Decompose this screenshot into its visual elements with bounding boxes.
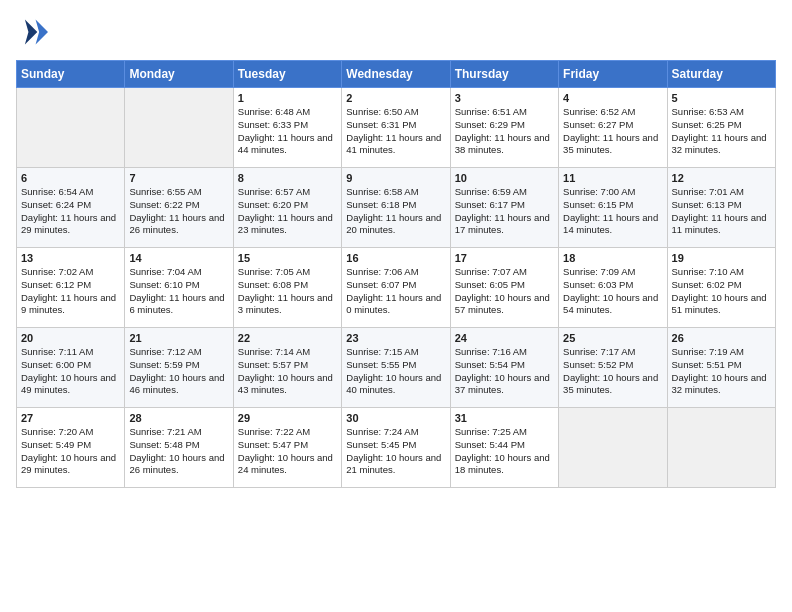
day-detail: Sunrise: 7:16 AM Sunset: 5:54 PM Dayligh…	[455, 346, 554, 397]
day-number: 25	[563, 332, 662, 344]
calendar-cell: 8 Sunrise: 6:57 AM Sunset: 6:20 PM Dayli…	[233, 168, 341, 248]
day-detail: Sunrise: 7:10 AM Sunset: 6:02 PM Dayligh…	[672, 266, 771, 317]
day-number: 1	[238, 92, 337, 104]
day-number: 10	[455, 172, 554, 184]
day-detail: Sunrise: 7:21 AM Sunset: 5:48 PM Dayligh…	[129, 426, 228, 477]
day-number: 11	[563, 172, 662, 184]
calendar-cell	[125, 88, 233, 168]
calendar-week-row: 1 Sunrise: 6:48 AM Sunset: 6:33 PM Dayli…	[17, 88, 776, 168]
day-detail: Sunrise: 6:51 AM Sunset: 6:29 PM Dayligh…	[455, 106, 554, 157]
day-number: 24	[455, 332, 554, 344]
calendar-cell: 14 Sunrise: 7:04 AM Sunset: 6:10 PM Dayl…	[125, 248, 233, 328]
day-detail: Sunrise: 7:19 AM Sunset: 5:51 PM Dayligh…	[672, 346, 771, 397]
day-number: 30	[346, 412, 445, 424]
calendar-cell: 18 Sunrise: 7:09 AM Sunset: 6:03 PM Dayl…	[559, 248, 667, 328]
day-number: 15	[238, 252, 337, 264]
day-number: 2	[346, 92, 445, 104]
day-detail: Sunrise: 7:12 AM Sunset: 5:59 PM Dayligh…	[129, 346, 228, 397]
column-header-thursday: Thursday	[450, 61, 558, 88]
calendar-cell: 11 Sunrise: 7:00 AM Sunset: 6:15 PM Dayl…	[559, 168, 667, 248]
day-number: 13	[21, 252, 120, 264]
calendar-cell: 21 Sunrise: 7:12 AM Sunset: 5:59 PM Dayl…	[125, 328, 233, 408]
day-detail: Sunrise: 7:05 AM Sunset: 6:08 PM Dayligh…	[238, 266, 337, 317]
calendar-cell	[17, 88, 125, 168]
day-number: 27	[21, 412, 120, 424]
calendar-cell: 19 Sunrise: 7:10 AM Sunset: 6:02 PM Dayl…	[667, 248, 775, 328]
day-detail: Sunrise: 6:57 AM Sunset: 6:20 PM Dayligh…	[238, 186, 337, 237]
calendar-week-row: 20 Sunrise: 7:11 AM Sunset: 6:00 PM Dayl…	[17, 328, 776, 408]
calendar-cell: 26 Sunrise: 7:19 AM Sunset: 5:51 PM Dayl…	[667, 328, 775, 408]
day-detail: Sunrise: 7:01 AM Sunset: 6:13 PM Dayligh…	[672, 186, 771, 237]
day-number: 5	[672, 92, 771, 104]
day-detail: Sunrise: 6:59 AM Sunset: 6:17 PM Dayligh…	[455, 186, 554, 237]
day-detail: Sunrise: 7:00 AM Sunset: 6:15 PM Dayligh…	[563, 186, 662, 237]
day-number: 16	[346, 252, 445, 264]
calendar-cell: 16 Sunrise: 7:06 AM Sunset: 6:07 PM Dayl…	[342, 248, 450, 328]
column-header-friday: Friday	[559, 61, 667, 88]
logo	[16, 16, 52, 48]
day-number: 7	[129, 172, 228, 184]
day-detail: Sunrise: 7:09 AM Sunset: 6:03 PM Dayligh…	[563, 266, 662, 317]
calendar-cell	[559, 408, 667, 488]
day-detail: Sunrise: 7:06 AM Sunset: 6:07 PM Dayligh…	[346, 266, 445, 317]
calendar-cell: 1 Sunrise: 6:48 AM Sunset: 6:33 PM Dayli…	[233, 88, 341, 168]
day-number: 29	[238, 412, 337, 424]
day-detail: Sunrise: 7:20 AM Sunset: 5:49 PM Dayligh…	[21, 426, 120, 477]
calendar-cell: 25 Sunrise: 7:17 AM Sunset: 5:52 PM Dayl…	[559, 328, 667, 408]
day-detail: Sunrise: 7:07 AM Sunset: 6:05 PM Dayligh…	[455, 266, 554, 317]
column-header-tuesday: Tuesday	[233, 61, 341, 88]
day-number: 18	[563, 252, 662, 264]
day-detail: Sunrise: 6:50 AM Sunset: 6:31 PM Dayligh…	[346, 106, 445, 157]
day-number: 8	[238, 172, 337, 184]
day-detail: Sunrise: 6:58 AM Sunset: 6:18 PM Dayligh…	[346, 186, 445, 237]
calendar-cell: 23 Sunrise: 7:15 AM Sunset: 5:55 PM Dayl…	[342, 328, 450, 408]
svg-marker-0	[36, 20, 48, 45]
day-detail: Sunrise: 6:54 AM Sunset: 6:24 PM Dayligh…	[21, 186, 120, 237]
column-header-wednesday: Wednesday	[342, 61, 450, 88]
day-number: 20	[21, 332, 120, 344]
calendar-cell: 4 Sunrise: 6:52 AM Sunset: 6:27 PM Dayli…	[559, 88, 667, 168]
day-number: 23	[346, 332, 445, 344]
calendar-week-row: 13 Sunrise: 7:02 AM Sunset: 6:12 PM Dayl…	[17, 248, 776, 328]
calendar-cell: 12 Sunrise: 7:01 AM Sunset: 6:13 PM Dayl…	[667, 168, 775, 248]
day-detail: Sunrise: 7:24 AM Sunset: 5:45 PM Dayligh…	[346, 426, 445, 477]
day-number: 4	[563, 92, 662, 104]
day-number: 19	[672, 252, 771, 264]
calendar-cell: 24 Sunrise: 7:16 AM Sunset: 5:54 PM Dayl…	[450, 328, 558, 408]
calendar-cell: 13 Sunrise: 7:02 AM Sunset: 6:12 PM Dayl…	[17, 248, 125, 328]
calendar-cell: 5 Sunrise: 6:53 AM Sunset: 6:25 PM Dayli…	[667, 88, 775, 168]
page-header	[16, 16, 776, 48]
calendar-cell: 6 Sunrise: 6:54 AM Sunset: 6:24 PM Dayli…	[17, 168, 125, 248]
day-number: 31	[455, 412, 554, 424]
day-number: 6	[21, 172, 120, 184]
calendar-header-row: SundayMondayTuesdayWednesdayThursdayFrid…	[17, 61, 776, 88]
calendar-table: SundayMondayTuesdayWednesdayThursdayFrid…	[16, 60, 776, 488]
day-number: 14	[129, 252, 228, 264]
day-detail: Sunrise: 7:02 AM Sunset: 6:12 PM Dayligh…	[21, 266, 120, 317]
day-number: 22	[238, 332, 337, 344]
day-number: 21	[129, 332, 228, 344]
day-number: 17	[455, 252, 554, 264]
day-detail: Sunrise: 7:17 AM Sunset: 5:52 PM Dayligh…	[563, 346, 662, 397]
calendar-cell: 20 Sunrise: 7:11 AM Sunset: 6:00 PM Dayl…	[17, 328, 125, 408]
logo-icon	[16, 16, 48, 48]
calendar-cell: 22 Sunrise: 7:14 AM Sunset: 5:57 PM Dayl…	[233, 328, 341, 408]
day-detail: Sunrise: 7:04 AM Sunset: 6:10 PM Dayligh…	[129, 266, 228, 317]
calendar-cell: 27 Sunrise: 7:20 AM Sunset: 5:49 PM Dayl…	[17, 408, 125, 488]
calendar-week-row: 6 Sunrise: 6:54 AM Sunset: 6:24 PM Dayli…	[17, 168, 776, 248]
svg-marker-1	[25, 20, 37, 45]
calendar-week-row: 27 Sunrise: 7:20 AM Sunset: 5:49 PM Dayl…	[17, 408, 776, 488]
day-detail: Sunrise: 7:14 AM Sunset: 5:57 PM Dayligh…	[238, 346, 337, 397]
calendar-cell	[667, 408, 775, 488]
calendar-cell: 17 Sunrise: 7:07 AM Sunset: 6:05 PM Dayl…	[450, 248, 558, 328]
calendar-cell: 9 Sunrise: 6:58 AM Sunset: 6:18 PM Dayli…	[342, 168, 450, 248]
calendar-cell: 29 Sunrise: 7:22 AM Sunset: 5:47 PM Dayl…	[233, 408, 341, 488]
day-detail: Sunrise: 7:15 AM Sunset: 5:55 PM Dayligh…	[346, 346, 445, 397]
calendar-cell: 30 Sunrise: 7:24 AM Sunset: 5:45 PM Dayl…	[342, 408, 450, 488]
day-number: 26	[672, 332, 771, 344]
calendar-cell: 28 Sunrise: 7:21 AM Sunset: 5:48 PM Dayl…	[125, 408, 233, 488]
calendar-cell: 2 Sunrise: 6:50 AM Sunset: 6:31 PM Dayli…	[342, 88, 450, 168]
day-detail: Sunrise: 7:22 AM Sunset: 5:47 PM Dayligh…	[238, 426, 337, 477]
day-detail: Sunrise: 6:48 AM Sunset: 6:33 PM Dayligh…	[238, 106, 337, 157]
column-header-saturday: Saturday	[667, 61, 775, 88]
